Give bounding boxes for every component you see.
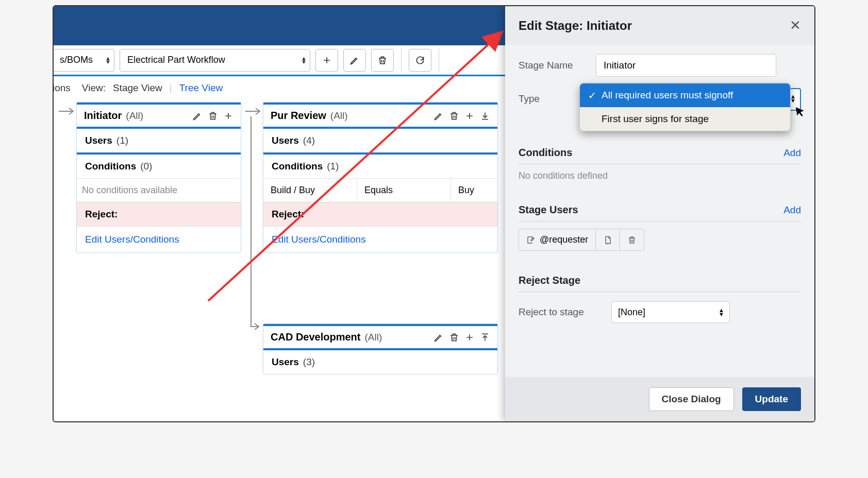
- pencil-icon: [349, 55, 360, 65]
- trash-icon: [627, 235, 637, 245]
- conditions-label: Conditions: [85, 161, 136, 172]
- type-label: Type: [519, 88, 579, 105]
- workflow-select[interactable]: Electrical Part Workflow ▲▼: [120, 49, 310, 72]
- add-button[interactable]: [315, 49, 338, 72]
- edit-users-conditions-link[interactable]: Edit Users/Conditions: [77, 226, 241, 252]
- trash-icon[interactable]: [208, 111, 218, 121]
- type-option-all-required[interactable]: All required users must signoff: [580, 83, 790, 107]
- plus-icon: [322, 55, 332, 65]
- user-name: @requester: [540, 234, 588, 245]
- trash-icon[interactable]: [449, 332, 459, 343]
- edit-stage-panel: Edit Stage: Initiator ✕ Stage Name Type …: [505, 6, 814, 421]
- conditions-empty-note: No conditions defined: [519, 164, 801, 183]
- arrow-right-icon: [245, 106, 263, 116]
- chevron-up-down-icon: ▲▼: [719, 308, 724, 316]
- pencil-icon[interactable]: [192, 111, 203, 121]
- chevron-up-down-icon: ▲▼: [301, 57, 307, 64]
- user-document-button[interactable]: [596, 230, 620, 250]
- stage-title: Initiator: [84, 110, 122, 122]
- refresh-icon: [415, 55, 425, 65]
- stage-card-pur-review: Pur Review (All) Users(4) Conditions(1) …: [263, 102, 498, 253]
- user-edit-button[interactable]: @requester: [519, 229, 596, 250]
- close-icon[interactable]: ✕: [790, 18, 801, 33]
- users-count: (4): [303, 135, 315, 146]
- stage-name-input[interactable]: [596, 54, 776, 77]
- stage-policy-tag: (All): [330, 110, 348, 122]
- condition-value: Buy: [451, 179, 497, 202]
- conditions-empty: No conditions available: [77, 178, 241, 202]
- update-button[interactable]: Update: [742, 387, 801, 411]
- users-count: (3): [303, 356, 315, 368]
- add-condition-link[interactable]: Add: [783, 147, 801, 159]
- arrow-right-icon: [59, 106, 76, 116]
- conditions-count: (0): [140, 161, 152, 172]
- stage-policy-tag: (All): [126, 110, 143, 122]
- reject-to-select[interactable]: [None] ▲▼: [611, 301, 730, 323]
- delete-button[interactable]: [371, 49, 394, 72]
- module-select[interactable]: s/BOMs ▲▼: [53, 49, 114, 72]
- condition-row: Build / Buy Equals Buy: [263, 178, 497, 202]
- tree-view-tab[interactable]: Tree View: [179, 82, 223, 94]
- divider: [439, 49, 439, 72]
- users-count: (1): [116, 135, 128, 146]
- condition-operator: Equals: [357, 179, 451, 202]
- add-user-link[interactable]: Add: [783, 204, 801, 216]
- conditions-label: Conditions: [272, 161, 323, 172]
- users-label: Users: [272, 356, 299, 368]
- reject-to-value: [None]: [618, 307, 645, 318]
- reject-label: Reject:: [263, 202, 497, 226]
- upload-icon[interactable]: [480, 332, 490, 343]
- stage-card-cad-development: CAD Development (All) Users(3): [263, 323, 498, 374]
- trash-icon: [377, 55, 388, 65]
- pencil-icon[interactable]: [433, 332, 444, 343]
- cursor-icon: [794, 105, 807, 120]
- edit-note-icon: [526, 235, 536, 245]
- reject-stage-heading: Reject Stage: [519, 275, 580, 286]
- stage-user-chip: @requester: [519, 229, 644, 251]
- edit-users-conditions-link[interactable]: Edit Users/Conditions: [263, 226, 497, 252]
- module-select-text: s/BOMs: [60, 55, 93, 65]
- stage-policy-tag: (All): [364, 332, 382, 343]
- stage-title: Pur Review: [271, 110, 326, 122]
- divider: [401, 49, 402, 72]
- type-option-first-user[interactable]: First user signs for stage: [580, 107, 790, 131]
- panel-title: Edit Stage: Initiator: [519, 19, 632, 33]
- download-icon[interactable]: [480, 111, 490, 121]
- plus-icon[interactable]: [464, 332, 475, 343]
- plus-icon[interactable]: [464, 111, 475, 121]
- pencil-icon[interactable]: [433, 111, 444, 121]
- refresh-button[interactable]: [409, 49, 431, 72]
- condition-field: Build / Buy: [263, 179, 357, 202]
- connector-line: [248, 116, 261, 333]
- workflow-select-text: Electrical Part Workflow: [127, 55, 225, 65]
- reject-label: Reject:: [77, 202, 241, 226]
- reject-to-label: Reject to stage: [519, 306, 611, 318]
- conditions-count: (1): [327, 161, 339, 172]
- stage-name-label: Stage Name: [519, 60, 596, 71]
- document-icon: [603, 235, 612, 245]
- plus-icon[interactable]: [223, 111, 233, 121]
- conditions-heading: Conditions: [519, 147, 572, 159]
- stage-card-initiator: Initiator (All) Users(1) Conditions(0) N…: [76, 102, 241, 253]
- users-label: Users: [272, 135, 299, 146]
- view-label: View:: [82, 82, 106, 94]
- trash-icon[interactable]: [449, 111, 459, 121]
- chevron-up-down-icon: ▲▼: [105, 57, 111, 64]
- user-delete-button[interactable]: [620, 230, 644, 250]
- type-dropdown: All required users must signoff First us…: [579, 83, 791, 131]
- users-label: Users: [85, 135, 112, 146]
- edit-button[interactable]: [343, 49, 366, 72]
- stage-users-heading: Stage Users: [519, 204, 578, 216]
- tab-partial[interactable]: ions: [53, 82, 71, 94]
- close-dialog-button[interactable]: Close Dialog: [649, 387, 734, 411]
- stage-title: CAD Development: [271, 331, 360, 343]
- stage-view-tab[interactable]: Stage View: [113, 82, 162, 94]
